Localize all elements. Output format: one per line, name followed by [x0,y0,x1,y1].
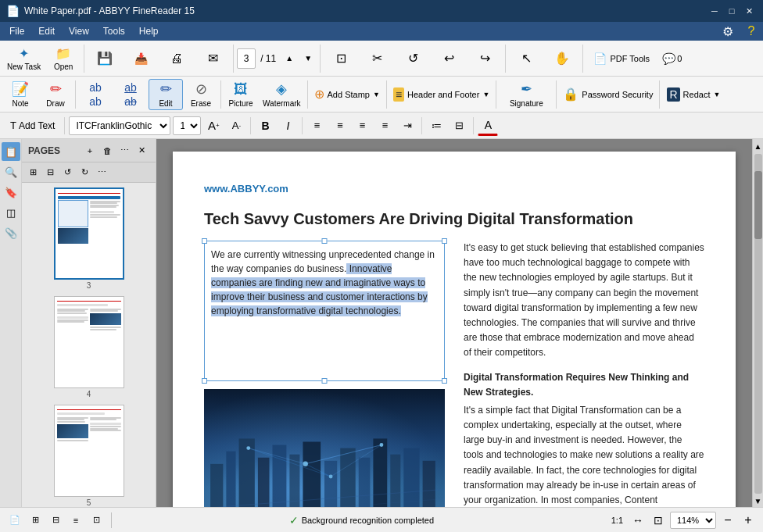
menu-edit[interactable]: Edit [32,24,61,38]
bullet-list-button[interactable]: ≔ [426,116,446,136]
fit-page-icon[interactable]: ⊡ [650,512,667,529]
header-footer-icon: ≡ [393,87,404,102]
help-icon[interactable]: ? [743,23,760,40]
watermark-button[interactable]: ◈ Watermark [259,79,305,110]
sidebar-delete-icon[interactable]: 🗑 [99,143,115,159]
font-color-button[interactable]: A [478,116,498,136]
right-col-para1: It's easy to get stuck believing that es… [464,241,704,361]
menu-view[interactable]: View [63,24,95,38]
cursor-button[interactable]: ↖ [509,43,543,74]
hand-button[interactable]: ✋ [545,43,579,74]
sidebar-tool-3[interactable]: ↺ [59,165,75,180]
font-size-select[interactable]: 10 [173,116,201,135]
new-task-button[interactable]: ✦ New Task [3,43,45,74]
sidebar-tool-2[interactable]: ⊟ [42,165,58,180]
left-col-para: We are currently witnessing unprecedente… [211,248,438,318]
align-right-button[interactable]: ≡ [352,116,372,136]
fit-width-icon[interactable]: ↔ [629,512,647,529]
statusbar-icon-1[interactable]: 📄 [6,512,23,529]
signature-button[interactable]: ✒ Signature [499,79,553,110]
indent-button[interactable]: ⇥ [397,116,417,136]
right-scrollbar[interactable]: ▲ ▼ [752,139,763,507]
text-format-2-button[interactable]: ab ab [113,79,148,110]
text-format-1-button[interactable]: ab ab [78,79,113,110]
font-family-select[interactable]: ITCFranklinGothic [69,116,170,135]
document-area[interactable]: www.ABBYY.com Tech Savvy Customers Are D… [156,139,752,507]
zoom-out-icon[interactable]: − [719,512,736,529]
text-selection-box[interactable]: We are currently witnessing unprecedente… [204,241,445,381]
page-thumb-5[interactable]: 5 [25,403,152,507]
sidebar-tool-1[interactable]: ⊞ [25,165,41,180]
bold-button[interactable]: B [255,116,275,136]
erase-button[interactable]: ⊘ Erase [184,79,218,110]
statusbar-icon-3[interactable]: ⊟ [47,512,64,529]
numbered-list-button[interactable]: ⊟ [449,116,469,136]
scroll-thumb[interactable] [754,171,762,239]
edit-sep-7 [659,80,660,109]
statusbar-icon-2[interactable]: ⊞ [27,512,44,529]
prev-page-button[interactable]: ▲ [281,43,298,74]
print-button[interactable]: 🖨 [159,43,194,74]
note-button[interactable]: 📝 Note [3,79,38,110]
zoom-select[interactable]: 114% [670,512,716,529]
page-thumb-3[interactable]: 3 [25,186,152,291]
select-button[interactable]: ⊡ [324,43,358,74]
password-security-button[interactable]: 🔒 Password Security [559,79,657,110]
undo-button[interactable]: ↩ [432,43,466,74]
scroll-track[interactable] [754,154,762,494]
crop-button[interactable]: ✂ [360,43,394,74]
layers-icon[interactable]: ◫ [2,203,20,222]
next-page-button[interactable]: ▼ [299,43,317,74]
handle-tl[interactable] [202,238,207,244]
statusbar-icon-5[interactable]: ⊡ [88,512,105,529]
attachments-icon[interactable]: 📎 [2,223,20,242]
close-button[interactable]: ✕ [741,3,757,19]
handle-tm[interactable] [322,238,328,244]
email-button[interactable]: ✉ [195,43,230,74]
italic-button[interactable]: I [278,116,298,136]
sidebar-tool-more[interactable]: ⋯ [94,165,109,180]
gear-icon[interactable]: ⚙ [719,23,736,40]
sidebar-new-icon[interactable]: + [82,143,98,159]
search-icon[interactable]: 🔍 [2,162,20,181]
handle-br[interactable] [442,378,447,384]
add-stamp-button[interactable]: ⊕ Add Stamp ▼ [310,79,384,110]
save-as-button[interactable]: 📥 [124,43,158,74]
maximize-button[interactable]: □ [724,3,740,19]
scroll-up-button[interactable]: ▲ [753,141,763,152]
pdf-tools-button[interactable]: 📄 PDF Tools [586,43,657,74]
handle-bl[interactable] [202,378,207,384]
redact-button[interactable]: R Redact ▼ [662,79,725,110]
align-justify-button[interactable]: ≡ [374,116,395,136]
edit-button[interactable]: ✏ Edit [149,79,183,110]
decrease-font-button[interactable]: A- [226,116,246,136]
menu-file[interactable]: File [3,24,30,38]
sidebar-tool-4[interactable]: ↻ [77,165,92,180]
picture-button[interactable]: 🖼 Picture [224,79,258,110]
comments-button[interactable]: 💬 0 [658,43,686,74]
open-button[interactable]: 📁 Open [46,43,81,74]
document-columns: We are currently witnessing unprecedente… [204,241,704,507]
rotate-ccw-button[interactable]: ↺ [396,43,430,74]
zoom-in-icon[interactable]: + [740,512,757,529]
increase-font-button[interactable]: A+ [203,116,224,136]
draw-button[interactable]: ✏ Draw [38,79,73,110]
sidebar-more-icon[interactable]: ⋯ [116,143,132,159]
align-left-button[interactable]: ≡ [306,116,327,136]
add-text-button[interactable]: T Add Text [5,116,60,136]
handle-tr[interactable] [442,238,447,244]
pages-icon[interactable]: 📋 [2,142,20,161]
page-thumb-4[interactable]: 4 [25,295,152,400]
save-button[interactable]: 💾 [88,43,122,74]
menu-tools[interactable]: Tools [97,24,131,38]
header-footer-button[interactable]: ≡ Header and Footer ▼ [389,79,493,110]
redo-button[interactable]: ↪ [467,43,502,74]
bookmarks-icon[interactable]: 🔖 [2,183,20,202]
menu-help[interactable]: Help [133,24,165,38]
sidebar-close-icon[interactable]: ✕ [134,143,149,159]
align-center-button[interactable]: ≡ [329,116,349,136]
statusbar-icon-4[interactable]: ≡ [67,512,84,529]
handle-bm[interactable] [322,378,328,384]
scroll-down-button[interactable]: ▼ [753,495,763,507]
minimize-button[interactable]: ─ [707,3,722,19]
